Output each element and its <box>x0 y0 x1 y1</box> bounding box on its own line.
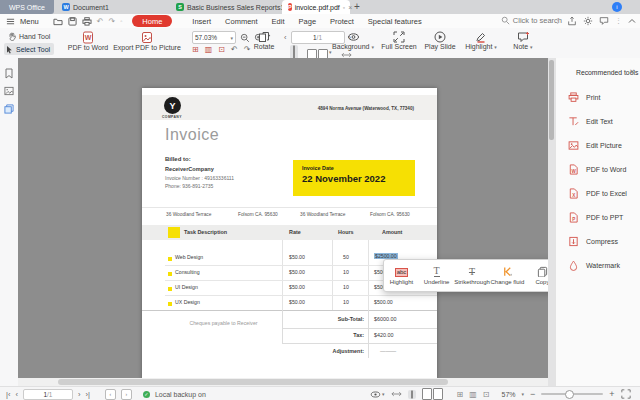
reading-background-icon[interactable]: ▾ <box>370 390 385 399</box>
chevron-down-icon[interactable]: ▾ <box>522 391 525 397</box>
more-commands-icon[interactable]: ◦ <box>120 18 122 24</box>
previous-page-icon[interactable]: ‹ <box>284 33 287 42</box>
new-tab-button[interactable]: + <box>354 1 360 12</box>
popup-strikethrough-button[interactable]: T Strikethrough <box>454 260 490 291</box>
pdf-to-word-button[interactable]: W PDF to Word <box>64 31 112 51</box>
extract-text-icon[interactable]: ▥ <box>205 45 213 54</box>
crop-page-icon[interactable]: ⊡ <box>218 45 225 54</box>
tab-special-features[interactable]: Special features <box>368 17 422 26</box>
tab-document1[interactable]: W Document1 <box>56 0 115 14</box>
tool-print[interactable]: Print <box>568 92 600 103</box>
tab-sales-report[interactable]: S Basic Business Sales Reports1 • <box>170 0 296 14</box>
tool-pdf-to-word[interactable]: W PDF to Word <box>568 164 626 175</box>
play-slide-button[interactable]: Play Slide <box>420 31 460 50</box>
print-icon[interactable] <box>82 17 92 26</box>
col-rate: Rate <box>289 229 301 235</box>
select-tool-button[interactable]: Select Tool <box>4 43 54 55</box>
zoom-out-icon[interactable] <box>240 33 250 43</box>
thumbnails-panel-icon[interactable] <box>4 86 14 96</box>
tab-invoice-pdf[interactable]: P invoice.pdf.pdf ◦ × <box>282 0 350 14</box>
tab-edit[interactable]: Edit <box>272 17 285 26</box>
save-icon[interactable] <box>68 17 77 26</box>
undo-icon[interactable]: ↶ <box>97 17 104 26</box>
tool-watermark[interactable]: Watermark <box>568 260 620 271</box>
share-icon[interactable] <box>567 16 577 26</box>
horizontal-scrollbar[interactable] <box>18 378 548 386</box>
cell-hours: 10 <box>343 284 349 290</box>
full-screen-button[interactable]: Full Screen <box>378 31 420 50</box>
cell-task: Web Design <box>175 254 203 260</box>
open-folder-icon[interactable] <box>53 17 63 26</box>
bookmarks-panel-icon[interactable] <box>4 68 14 79</box>
two-page-view-icon[interactable] <box>422 388 443 400</box>
rotate-left-icon[interactable]: ↶ <box>231 45 238 54</box>
invoice-date-box: Invoice Date 22 November 2022 <box>293 160 415 196</box>
next-page-icon[interactable]: › <box>78 390 81 399</box>
address-cell: Folsom CA. 95630 <box>238 212 278 217</box>
popup-highlight-button[interactable]: abc Highlight <box>384 260 419 291</box>
popup-copy-button[interactable]: Copy <box>525 260 548 291</box>
first-page-icon[interactable]: |‹ <box>6 390 10 399</box>
tool-pdf-to-excel[interactable]: X PDF to Excel <box>568 188 627 199</box>
tab-insert[interactable]: Insert <box>192 17 211 26</box>
tab-comment[interactable]: Comment <box>225 17 258 26</box>
settings-gear-icon[interactable] <box>583 16 593 26</box>
note-button[interactable]: Note ▾ <box>506 31 540 50</box>
area-highlight-icon[interactable]: ⊞ <box>192 45 199 54</box>
scrollbar-thumb[interactable] <box>58 379 448 385</box>
next-view-icon[interactable]: › <box>121 389 132 400</box>
tool-edit-text[interactable]: Edit Text <box>568 116 613 127</box>
rotate-button[interactable]: Rotate <box>250 31 278 50</box>
close-tab-icon[interactable]: × <box>348 4 352 11</box>
collapse-ribbon-icon[interactable] <box>628 18 636 24</box>
area-highlight-icon[interactable]: ⊞ <box>457 390 464 399</box>
popup-underline-button[interactable]: T Underline <box>419 260 454 291</box>
tab-page[interactable]: Page <box>299 17 317 26</box>
zoom-percent[interactable]: 57% <box>501 391 515 398</box>
wps-office-button[interactable]: WPS Office <box>0 0 54 14</box>
pin-icon[interactable]: ◦ <box>343 4 345 11</box>
highlight-button[interactable]: Highlight ▾ <box>458 31 504 50</box>
export-pdf-to-picture-button[interactable]: Export PDF to Picture <box>108 31 186 51</box>
vertical-scrollbar[interactable] <box>548 58 555 386</box>
pages-panel-icon-active[interactable] <box>4 104 14 114</box>
menu-button[interactable]: Menu <box>20 17 39 26</box>
hamburger-icon[interactable] <box>6 17 15 26</box>
zoom-slider-knob[interactable] <box>565 390 574 399</box>
tool-edit-picture[interactable]: Edit Picture <box>568 140 622 151</box>
tool-compress[interactable]: Compress <box>568 236 618 247</box>
company-address: 4894 Norma Avenue (Waterwood, TX, 77340) <box>318 106 414 111</box>
crop-page-icon[interactable]: ⊡ <box>483 390 490 399</box>
extract-text-icon[interactable]: ▥ <box>469 390 477 399</box>
col-divider <box>332 240 333 310</box>
single-page-view-icon[interactable] <box>408 390 416 399</box>
close-panel-icon[interactable]: ✕ <box>629 68 635 76</box>
previous-view-icon[interactable]: ‹ <box>105 389 116 400</box>
scrollbar-thumb[interactable] <box>549 60 554 140</box>
tab-protect[interactable]: Protect <box>330 17 354 26</box>
last-page-icon[interactable]: ›| <box>85 390 89 399</box>
tool-label: Print <box>586 94 600 101</box>
tool-pdf-to-ppt[interactable]: P PDF to PPT <box>568 212 623 223</box>
feedback-bubble-icon[interactable] <box>599 16 609 26</box>
tab-home[interactable]: Home <box>132 15 172 27</box>
popup-change-fluid-button[interactable]: Change fluid <box>490 260 525 291</box>
zoom-out-button[interactable]: − <box>530 389 535 399</box>
background-button[interactable]: Background ▾ <box>330 31 376 50</box>
hand-tool-button[interactable]: Hand Tool <box>4 30 54 42</box>
zoom-in-button[interactable]: + <box>609 389 614 399</box>
previous-page-icon[interactable]: ‹ <box>15 390 18 399</box>
document-canvas[interactable]: Y COMPANY 4894 Norma Avenue (Waterwood, … <box>18 58 548 378</box>
fullscreen-icon[interactable] <box>621 389 631 399</box>
rotate-label: Rotate <box>254 43 275 50</box>
page-total: /1 <box>317 34 322 41</box>
status-page-input[interactable]: 1 /1 <box>23 389 73 400</box>
avatar[interactable]: i <box>612 2 622 12</box>
fit-page-icon[interactable] <box>391 390 402 398</box>
zoom-value-dropdown[interactable]: 57.03% ▾ <box>192 31 236 44</box>
redo-icon[interactable]: ↷ <box>108 17 115 26</box>
search-field[interactable]: Click to search <box>501 16 562 25</box>
col-divider <box>282 240 283 310</box>
zoom-slider[interactable] <box>541 393 603 395</box>
subtotal-label: Sub-Total: <box>284 316 364 322</box>
